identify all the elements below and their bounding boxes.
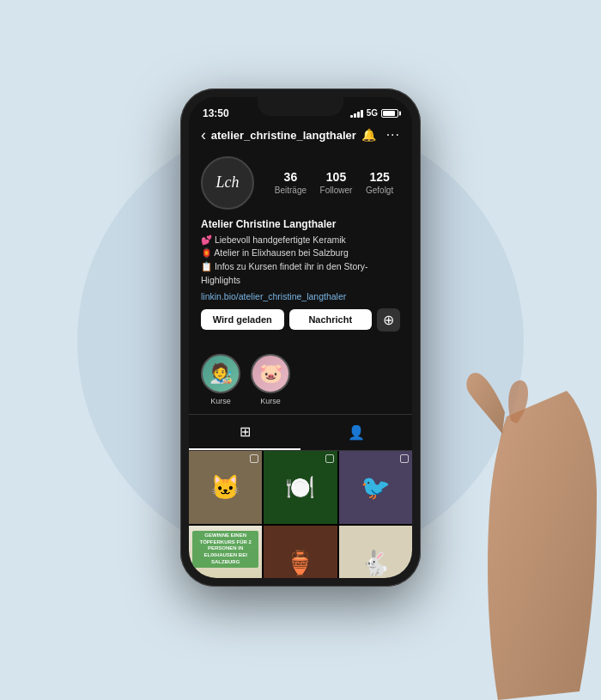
nav-right-icons: 🔔 ··· xyxy=(361,127,400,143)
bell-icon[interactable]: 🔔 xyxy=(361,128,376,142)
avatar: Lch xyxy=(201,156,254,210)
avatar-logo: Lch xyxy=(216,173,240,192)
back-button[interactable]: ‹ xyxy=(201,126,206,144)
followers-label: Follower xyxy=(320,186,353,195)
grid-item-5[interactable] xyxy=(264,526,337,578)
top-nav: ‹ atelier_christine_langthaler 🔔 ··· xyxy=(189,123,412,149)
stats-container: 36 Beiträge 105 Follower 125 Gefolgt xyxy=(268,170,400,195)
highlight-circle-2: 🐷 xyxy=(251,354,290,393)
avatar-container: Lch xyxy=(201,156,254,210)
battery-icon xyxy=(381,109,398,118)
network-label: 5G xyxy=(367,108,378,118)
tab-tagged[interactable]: 👤 xyxy=(300,415,412,450)
stat-following[interactable]: 125 Gefolgt xyxy=(366,170,393,195)
following-label: Gefolgt xyxy=(366,186,393,195)
action-buttons: Wird geladen Nachricht ⊕ xyxy=(201,308,400,332)
signal-icon xyxy=(350,109,363,118)
profile-name: Atelier Christine Langthaler xyxy=(201,218,400,230)
grid-item-6[interactable] xyxy=(339,526,412,578)
following-count: 125 xyxy=(369,170,389,184)
profile-link[interactable]: linkin.bio/atelier_christine_langthaler xyxy=(201,291,400,301)
tagged-icon: 👤 xyxy=(348,424,365,441)
status-time: 13:50 xyxy=(203,107,229,119)
message-button[interactable]: Nachricht xyxy=(289,309,373,330)
phone-notch xyxy=(258,97,343,116)
highlight-circle-1: 🧑‍🎨 xyxy=(201,354,240,393)
profile-bio: 💕 Liebevoll handgefertigte Keramik 🏮 Ate… xyxy=(201,234,400,288)
followers-count: 105 xyxy=(326,170,346,184)
profile-header: Lch 36 Beiträge 105 Follower 1 xyxy=(201,156,400,210)
phone-wrapper: 13:50 5G ‹ atelier_christ xyxy=(180,88,421,587)
more-icon[interactable]: ··· xyxy=(386,127,400,143)
highlight-2[interactable]: 🐷 Kurse xyxy=(251,354,290,405)
grid-item-4[interactable]: GEWINNE EINEN TÖPFERKURS FÜR 2 PERSONEN … xyxy=(189,526,262,578)
status-icons: 5G xyxy=(350,108,398,118)
tab-grid[interactable]: ⊞ xyxy=(189,415,300,450)
grid-item-3[interactable] xyxy=(339,451,412,524)
highlight-label-1: Kurse xyxy=(210,397,231,405)
phone-screen: 13:50 5G ‹ atelier_christ xyxy=(189,97,412,578)
highlights-row: 🧑‍🎨 Kurse 🐷 Kurse xyxy=(189,349,412,414)
hand-illustration xyxy=(412,322,601,700)
phone-frame: 13:50 5G ‹ atelier_christ xyxy=(180,88,421,587)
highlight-emoji-1: 🧑‍🎨 xyxy=(209,362,233,385)
posts-count: 36 xyxy=(284,170,298,184)
add-person-button[interactable]: ⊕ xyxy=(377,308,400,332)
profile-section: Lch 36 Beiträge 105 Follower 1 xyxy=(189,149,412,349)
highlight-label-2: Kurse xyxy=(260,397,281,405)
grid-overlay-1 xyxy=(250,454,258,463)
grid-overlay-3 xyxy=(400,454,409,463)
grid-item-2[interactable] xyxy=(264,451,337,524)
highlight-1[interactable]: 🧑‍🎨 Kurse xyxy=(201,354,240,405)
photo-grid: GEWINNE EINEN TÖPFERKURS FÜR 2 PERSONEN … xyxy=(189,451,412,578)
grid-icon: ⊞ xyxy=(240,423,251,440)
follow-button[interactable]: Wird geladen xyxy=(201,309,284,330)
giveaway-label: GEWINNE EINEN TÖPFERKURS FÜR 2 PERSONEN … xyxy=(192,531,258,568)
highlight-emoji-2: 🐷 xyxy=(259,362,282,385)
stat-posts: 36 Beiträge xyxy=(275,170,307,195)
tab-bar: ⊞ 👤 xyxy=(189,414,412,451)
profile-username: atelier_christine_langthaler xyxy=(211,129,356,142)
posts-label: Beiträge xyxy=(275,186,307,195)
grid-overlay-2 xyxy=(325,454,334,463)
grid-item-1[interactable] xyxy=(189,451,262,524)
stat-followers[interactable]: 105 Follower xyxy=(320,170,353,195)
